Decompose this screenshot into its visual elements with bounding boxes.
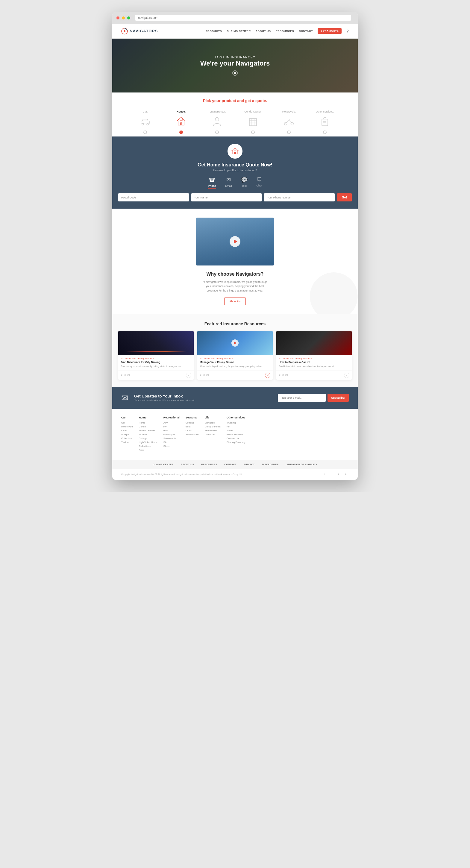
footer-link[interactable]: Trucking xyxy=(227,422,246,424)
footer-link[interactable]: Home xyxy=(139,422,157,424)
product-motorcycle[interactable]: Motorcycle. xyxy=(271,108,307,136)
resource-body-2: 15 October 2017 › Family Insurance How t… xyxy=(276,355,352,371)
footer-bottom-limitation[interactable]: LIMITATION OF LIABILITY xyxy=(286,463,317,466)
footer-link[interactable]: Sharing Economy xyxy=(227,441,246,443)
nav-claims[interactable]: CLAIMS CENTER xyxy=(227,30,251,33)
phone-input[interactable] xyxy=(264,193,335,202)
newsletter-email-input[interactable] xyxy=(278,394,326,402)
footer-bottom-disclosure[interactable]: DISCLOSURE xyxy=(262,463,278,466)
product-house[interactable]: House. xyxy=(163,108,199,136)
browser-close[interactable] xyxy=(117,17,120,20)
text-icon: 💬 xyxy=(241,177,248,183)
linkedin-icon[interactable]: in xyxy=(344,472,349,477)
nav-contact[interactable]: CONTACT xyxy=(299,30,313,33)
footer-link[interactable]: Travel xyxy=(227,429,246,432)
product-other-label: Other services. xyxy=(316,110,334,113)
product-condo-radio[interactable] xyxy=(251,130,255,134)
footer-link[interactable]: Clubs xyxy=(186,429,199,432)
footer-link[interactable]: ATV xyxy=(163,422,180,424)
footer-link[interactable]: Tenant / Renter xyxy=(139,429,157,432)
footer-bottom-claims[interactable]: CLAIMS CENTER xyxy=(153,463,174,466)
resource-image-1 xyxy=(197,331,273,355)
nav-resources[interactable]: RESOURCES xyxy=(276,30,294,33)
resource-share-btn-2[interactable]: › xyxy=(344,373,349,378)
product-tenant[interactable]: Tenant/Renter. xyxy=(199,108,235,136)
footer-link[interactable]: Air BnB xyxy=(139,433,157,436)
twitter-icon[interactable]: t xyxy=(330,472,334,477)
contact-text-label: Text xyxy=(242,184,247,187)
footer-col-life: Life Mortgage Group Benefits Key Person … xyxy=(205,416,220,453)
facebook-icon[interactable]: f xyxy=(322,472,327,477)
footer-link[interactable]: Collectors xyxy=(121,437,133,440)
contact-phone[interactable]: ☎ Phone xyxy=(208,177,216,189)
footer-link[interactable]: Car xyxy=(121,422,133,424)
footer-link[interactable]: Universal xyxy=(205,433,220,436)
search-icon[interactable]: ⚲ xyxy=(346,29,349,33)
name-input[interactable] xyxy=(191,193,262,202)
house-icon xyxy=(175,115,188,128)
footer-link[interactable]: Home Business xyxy=(227,433,246,436)
footer-link[interactable]: Key Person xyxy=(205,429,220,432)
about-us-btn[interactable]: About Us xyxy=(224,298,246,305)
product-house-radio[interactable] xyxy=(179,130,183,134)
resource-share-btn-1[interactable]: ↺ xyxy=(265,373,270,378)
resource-share-btn-0[interactable]: › xyxy=(186,373,191,378)
browser-maximize[interactable] xyxy=(127,17,130,20)
footer-link[interactable]: Motorcycle xyxy=(121,425,133,428)
hero-scroll-indicator xyxy=(232,70,238,76)
footer-link[interactable]: Boat xyxy=(186,425,199,428)
instagram-icon[interactable]: in xyxy=(337,472,342,477)
newsletter-subscribe-btn[interactable]: Subscribe! xyxy=(327,394,349,402)
resource-views-1: 👁11 921 xyxy=(200,374,209,376)
product-other-radio[interactable] xyxy=(323,130,326,134)
product-condo[interactable]: Condo Owner. xyxy=(235,108,271,136)
footer-bottom-privacy[interactable]: PRIVACY xyxy=(244,463,255,466)
product-tenant-radio[interactable] xyxy=(215,130,219,134)
footer-link[interactable]: High Value Home xyxy=(139,441,157,443)
footer-bottom-about[interactable]: ABOUT US xyxy=(181,463,194,466)
footer-link[interactable]: Pet xyxy=(227,425,246,428)
nav-about[interactable]: ABOUT US xyxy=(256,30,271,33)
footer-link[interactable]: Motorcycle xyxy=(163,433,180,436)
product-motorcycle-radio[interactable] xyxy=(287,130,291,134)
footer-link[interactable]: Group Benefits xyxy=(205,425,220,428)
nav-get-quote-btn[interactable]: GET A QUOTE xyxy=(318,28,342,34)
footer-link[interactable]: Sled xyxy=(163,441,180,443)
footer-bottom-links: CLAIMS CENTER ABOUT US RESOURCES CONTACT… xyxy=(112,460,358,469)
footer-link[interactable]: Condo xyxy=(139,425,157,428)
contact-email[interactable]: ✉ Email xyxy=(225,177,232,189)
footer-bottom-resources[interactable]: RESOURCES xyxy=(201,463,217,466)
footer-link[interactable]: RV xyxy=(163,425,180,428)
product-tenant-label: Tenant/Renter. xyxy=(208,110,226,113)
footer-link[interactable]: Commercial xyxy=(227,437,246,440)
footer-link[interactable]: Trailers xyxy=(121,441,133,443)
browser-minimize[interactable] xyxy=(122,17,125,20)
footer-link[interactable]: Collections xyxy=(139,445,157,447)
product-other[interactable]: Other services. xyxy=(307,108,343,136)
resource-play-btn-1[interactable] xyxy=(231,339,239,347)
product-car-radio[interactable] xyxy=(144,130,147,134)
products-title: Pick your product and get a quote. xyxy=(112,98,358,103)
resource-cat-1: Family Insurance xyxy=(217,358,233,360)
footer-link[interactable]: Sleds xyxy=(163,445,180,447)
footer-link[interactable]: Cottage xyxy=(139,437,157,440)
nav-products[interactable]: PRODUCTS xyxy=(206,30,222,33)
browser-url[interactable]: navigators.com xyxy=(135,15,351,21)
product-car[interactable]: Car. xyxy=(127,108,163,136)
footer-link[interactable]: Snowmobile xyxy=(186,433,199,436)
resource-meta-1: 15 October 2017 › Family Insurance xyxy=(200,358,270,360)
contact-chat[interactable]: 🗨 Chat xyxy=(256,177,262,189)
footer-link[interactable]: Antique xyxy=(121,433,133,436)
footer-link[interactable]: Mortgage xyxy=(205,422,220,424)
footer-link[interactable]: Other xyxy=(121,429,133,432)
footer-bottom-contact[interactable]: CONTACT xyxy=(224,463,237,466)
play-button[interactable] xyxy=(230,236,240,247)
postal-code-input[interactable] xyxy=(118,193,189,202)
footer-link[interactable]: Cottage xyxy=(186,422,199,424)
footer-link[interactable]: Boat xyxy=(163,429,180,432)
resource-footer-2: 👁11 921 › xyxy=(276,371,352,380)
footer-link[interactable]: Pets xyxy=(139,449,157,452)
quote-go-btn[interactable]: Go! xyxy=(337,193,352,202)
contact-text[interactable]: 💬 Text xyxy=(241,177,248,189)
footer-link[interactable]: Snowmobile xyxy=(163,437,180,440)
